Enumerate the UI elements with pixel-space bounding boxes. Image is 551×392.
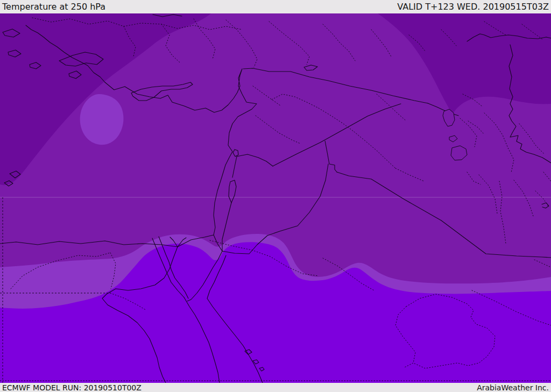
map-title: Temperature at 250 hPa [2,2,105,12]
status-bar: ECMWF MODEL RUN: 20190510T00Z ArabiaWeat… [0,383,551,392]
brand-label: ArabiaWeather Inc. [477,383,549,392]
map-canvas [0,13,551,383]
temp-band-mild-tongue [80,94,124,145]
title-bar: Temperature at 250 hPa VALID T+123 WED. … [0,0,551,13]
temperature-map [0,13,551,383]
weather-map-screen: Temperature at 250 hPa VALID T+123 WED. … [0,0,551,392]
valid-time-label: VALID T+123 WED. 20190515T03Z [397,2,549,12]
model-run-label: ECMWF MODEL RUN: 20190510T00Z [2,383,142,392]
